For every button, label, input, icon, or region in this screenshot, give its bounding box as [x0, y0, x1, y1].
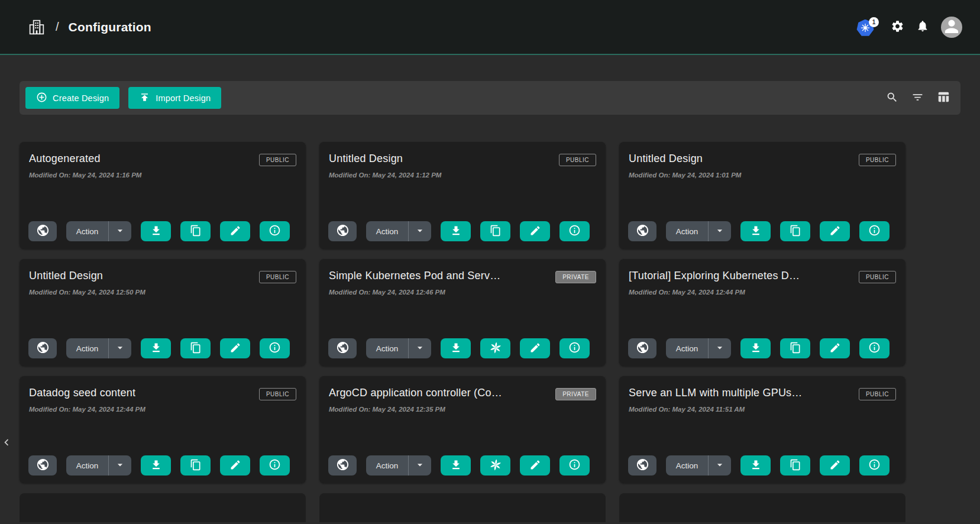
action-button[interactable]: Action: [366, 338, 408, 358]
download-icon: [450, 342, 462, 355]
download-button[interactable]: [441, 221, 471, 241]
info-button[interactable]: [859, 338, 890, 358]
action-dropdown-button[interactable]: [709, 455, 731, 476]
action-dropdown-button[interactable]: [709, 221, 731, 241]
import-design-button[interactable]: Import Design: [128, 87, 221, 109]
modified-on-text: Modified On: May 24, 2024 12:46 PM: [329, 289, 596, 296]
edit-button[interactable]: [220, 221, 250, 241]
kanvas-spiral-button[interactable]: [480, 455, 510, 476]
kanvas-spiral-button[interactable]: [480, 338, 510, 358]
info-button[interactable]: [559, 221, 590, 241]
person-icon: [941, 17, 962, 38]
duplicate-button[interactable]: [180, 455, 211, 476]
visibility-globe-button[interactable]: [28, 338, 57, 358]
design-title: Untitled Design: [629, 153, 703, 165]
gear-icon: [891, 20, 904, 35]
pencil-icon: [529, 225, 541, 238]
card-action-row: Action: [628, 338, 897, 358]
action-dropdown-button[interactable]: [109, 221, 131, 241]
visibility-globe-button[interactable]: [28, 221, 57, 241]
action-button[interactable]: Action: [366, 455, 408, 476]
filter-button[interactable]: [911, 91, 924, 105]
visibility-globe-button[interactable]: [328, 338, 357, 358]
notifications-button[interactable]: [916, 20, 929, 34]
download-button[interactable]: [740, 455, 771, 476]
action-dropdown-button[interactable]: [109, 338, 131, 358]
chevron-down-icon: [114, 459, 126, 473]
duplicate-icon: [190, 342, 202, 355]
action-dropdown-button[interactable]: [409, 338, 431, 358]
visibility-globe-button[interactable]: [28, 455, 57, 476]
duplicate-button[interactable]: [180, 221, 211, 241]
info-button[interactable]: [859, 221, 890, 241]
visibility-globe-button[interactable]: [328, 455, 357, 476]
action-dropdown-button[interactable]: [409, 221, 431, 241]
info-button[interactable]: [559, 455, 590, 476]
action-button[interactable]: Action: [66, 338, 108, 358]
edit-button[interactable]: [520, 455, 550, 476]
duplicate-button[interactable]: [780, 338, 810, 358]
edit-button[interactable]: [820, 338, 850, 358]
action-dropdown-button[interactable]: [709, 338, 731, 358]
download-button[interactable]: [441, 338, 471, 358]
download-icon: [150, 342, 162, 355]
collapse-drawer-button[interactable]: [0, 432, 13, 454]
edit-button[interactable]: [820, 221, 850, 241]
duplicate-button[interactable]: [780, 221, 810, 241]
info-button[interactable]: [859, 455, 890, 476]
settings-button[interactable]: [891, 20, 904, 35]
search-button[interactable]: [886, 91, 898, 105]
toolbar-buttons: Create Design Import Design: [25, 87, 221, 109]
kubernetes-context-button[interactable]: 1: [856, 17, 879, 37]
edit-button[interactable]: [520, 338, 550, 358]
design-title: [Tutorial] Exploring Kubernetes D…: [629, 270, 800, 282]
table-view-button[interactable]: [937, 90, 950, 105]
modified-on-text: Modified On: May 24, 2024 1:01 PM: [629, 172, 896, 179]
action-button[interactable]: Action: [66, 455, 108, 476]
create-design-button[interactable]: Create Design: [25, 87, 119, 109]
edit-button[interactable]: [220, 338, 250, 358]
download-button[interactable]: [740, 221, 771, 241]
action-button[interactable]: Action: [666, 338, 708, 358]
visibility-badge: PUBLIC: [259, 154, 296, 166]
action-button[interactable]: Action: [666, 455, 708, 476]
visibility-globe-button[interactable]: [628, 455, 656, 476]
duplicate-button[interactable]: [780, 455, 810, 476]
action-dropdown-button[interactable]: [409, 455, 431, 476]
info-button[interactable]: [260, 338, 290, 358]
edit-button[interactable]: [820, 455, 850, 476]
download-icon: [150, 459, 162, 473]
info-button[interactable]: [260, 455, 290, 476]
duplicate-button[interactable]: [480, 221, 510, 241]
edit-button[interactable]: [520, 221, 550, 241]
toolbar-view-controls: [886, 90, 950, 105]
plus-circle-icon: [36, 92, 47, 105]
action-dropdown-button[interactable]: [109, 455, 131, 476]
action-button[interactable]: Action: [66, 221, 108, 241]
visibility-badge: PUBLIC: [559, 154, 596, 166]
action-split-button: Action: [666, 221, 731, 241]
user-avatar[interactable]: [941, 17, 962, 38]
download-button[interactable]: [740, 338, 771, 358]
info-icon: [568, 458, 581, 473]
duplicate-icon: [790, 225, 801, 238]
visibility-globe-button[interactable]: [628, 338, 656, 358]
visibility-globe-button[interactable]: [628, 221, 656, 241]
action-button[interactable]: Action: [666, 221, 708, 241]
download-button[interactable]: [141, 221, 171, 241]
card-action-row: Action: [28, 455, 297, 476]
duplicate-button[interactable]: [180, 338, 211, 358]
visibility-globe-button[interactable]: [328, 221, 357, 241]
download-button[interactable]: [141, 455, 171, 476]
info-button[interactable]: [260, 221, 290, 241]
info-icon: [868, 341, 881, 355]
download-button[interactable]: [141, 338, 171, 358]
pencil-icon: [529, 459, 541, 473]
info-button[interactable]: [559, 338, 590, 358]
download-button[interactable]: [441, 455, 471, 476]
globe-icon: [36, 341, 50, 356]
edit-button[interactable]: [220, 455, 250, 476]
action-button[interactable]: Action: [366, 221, 408, 241]
search-icon: [886, 91, 898, 105]
organization-icon[interactable]: [27, 18, 46, 37]
